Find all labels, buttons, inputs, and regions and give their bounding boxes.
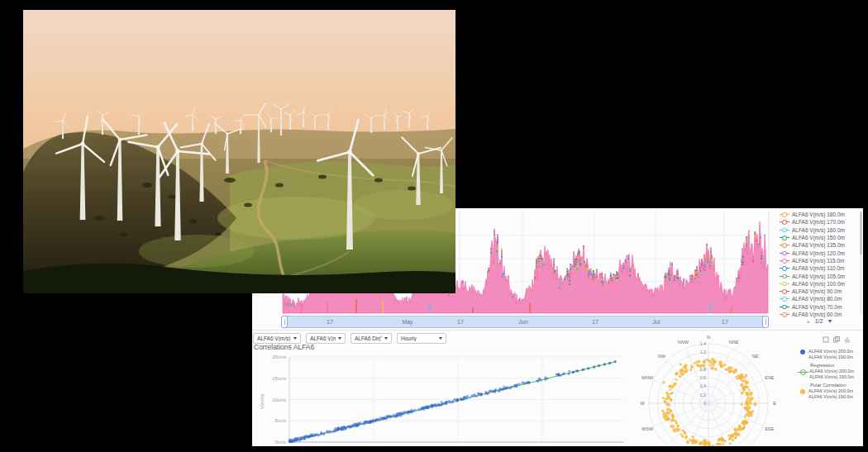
- legend-item[interactable]: ALFA6 V(m/s) 135.0m: [780, 241, 859, 249]
- legend-item[interactable]: ALFA6 V(m/s) 60.0m: [780, 311, 859, 318]
- series-marker-icon: [800, 389, 805, 394]
- wind-farm-photo: [23, 10, 455, 293]
- legend-scrollbar[interactable]: [860, 212, 862, 314]
- legend-item-label: ALFA6 V(m/s) 70.0m: [792, 304, 842, 310]
- legend-group-title: Polar Correlation: [810, 383, 863, 388]
- series-marker-icon: [800, 350, 805, 354]
- legend-item[interactable]: ALFA6 V(m/s) 100.0m: [780, 280, 859, 288]
- signal-dropdown[interactable]: Hourly: [397, 333, 446, 344]
- svg-text:WNW: WNW: [641, 375, 654, 380]
- legend-item-label: ALFA6 V(m/s) 120.0m: [792, 250, 845, 256]
- legend-item-label: ALFA6 V(m/s) 135.0m: [792, 242, 845, 248]
- range-handle-right[interactable]: [762, 316, 769, 328]
- svg-text:0.6: 0.6: [700, 375, 706, 380]
- legend-item[interactable]: ALFA6 V(m/s) 170.0m: [780, 218, 859, 226]
- svg-text:N: N: [707, 335, 710, 340]
- legend-item-label: ALFA6 V(m/s) 200.0m ALFA6 V(m/s) 190.0m: [808, 388, 853, 399]
- legend-item[interactable]: ALFA6 V(m/s) 105.0m: [780, 272, 859, 279]
- export-chart-icon[interactable]: [844, 336, 851, 343]
- series-marker-icon: [780, 258, 789, 264]
- series-marker-icon: [780, 219, 789, 225]
- svg-text:0: 0: [703, 401, 706, 406]
- legend-item[interactable]: ALFA6 V(m/s) 80.0m: [780, 295, 859, 302]
- svg-text:0.4: 0.4: [700, 383, 706, 388]
- series-marker-icon: [780, 250, 789, 256]
- dropdown-value: ALFA6 Dir(°) 200...: [355, 335, 382, 341]
- series-marker-icon: [800, 369, 806, 375]
- box-select-icon[interactable]: [823, 336, 829, 343]
- timeseries-y-zero-label: 0m/s: [284, 302, 295, 307]
- legend-item-label: ALFA6 V(m/s) 80.0m: [792, 296, 842, 302]
- axis-tick-label: 17: [457, 319, 464, 325]
- legend-item[interactable]: ALFA6 V(m/s) 110.0m: [780, 264, 859, 272]
- series-marker-icon: [780, 227, 789, 233]
- axis-tick-label: Jun: [518, 319, 527, 325]
- legend-item-label: ALFA6 V(m/s) 110.0m: [792, 265, 844, 271]
- svg-text:E: E: [773, 401, 776, 406]
- series-marker-icon: [780, 242, 789, 248]
- svg-text:0m/s: 0m/s: [275, 439, 286, 445]
- legend-item[interactable]: Polar Correlation ALFA6 V(m/s) 200.0m AL…: [798, 383, 863, 399]
- legend-item[interactable]: ALFA6 V(m/s) 120.0m: [780, 249, 859, 256]
- series-marker-icon: [780, 304, 789, 310]
- legend-item-label: ALFA6 V(m/s) 200.0m ALFA6 V(m/s) 190.0m: [809, 369, 854, 379]
- legend-item[interactable]: ALFA6 V(m/s) 90.0m: [780, 288, 859, 295]
- legend-item-label: ALFA6 V(m/s) 180.0m: [792, 212, 845, 217]
- series-marker-icon: [780, 296, 789, 302]
- legend-item-label: ALFA6 V(m/s) 60.0m: [792, 312, 842, 317]
- legend-item[interactable]: ALFA6 V(m/s) 115.0m: [780, 257, 859, 264]
- legend-item[interactable]: Regression ALFA6 V(m/s) 200.0m ALFA6 V(m…: [798, 363, 863, 379]
- legend-item[interactable]: ALFA6 V(m/s) 160.0m: [780, 226, 859, 234]
- chevron-down-icon: [338, 337, 341, 340]
- series-marker-icon: [780, 212, 789, 217]
- svg-text:ENE: ENE: [765, 375, 775, 380]
- series-marker-icon: [780, 265, 789, 271]
- legend-item[interactable]: ALFA6 V(m/s) 200.0m ALFA6 V(m/s) 190.0m: [798, 349, 863, 359]
- axis-tick-label: 17: [327, 319, 333, 325]
- chevron-down-icon: [439, 337, 442, 340]
- svg-text:NNE: NNE: [729, 340, 739, 345]
- svg-text:NNW: NNW: [678, 340, 689, 345]
- polar-correlation-chart: NNNENEENEEESESESSESSSWSWWSWWWNWNWNNW1.41…: [628, 332, 794, 446]
- svg-text:WSW: WSW: [641, 426, 654, 431]
- polar-legend: ALFA6 V(m/s) 200.0m ALFA6 V(m/s) 190.0m …: [798, 349, 863, 403]
- series-marker-icon: [780, 288, 789, 294]
- svg-text:NW: NW: [658, 354, 666, 359]
- axis-tick-label: Jul: [653, 319, 661, 325]
- series-marker-icon: [780, 274, 789, 279]
- chevron-down-icon: [384, 337, 388, 340]
- panel-divider: [252, 330, 863, 331]
- desktop-background: 0m/s 17May17Jun17Jul17 ALFA6 V(m/s) 180.…: [0, 0, 868, 452]
- legend-pagination: ▲ 1/2 ▼: [780, 318, 859, 324]
- range-handle-left[interactable]: [281, 316, 288, 328]
- legend-item[interactable]: ALFA6 V(m/s) 70.0m: [780, 303, 859, 311]
- correlation-scatter-chart: 20m/s15m/s10m/s5m/s0m/sV(m/s): [252, 350, 632, 446]
- legend-item[interactable]: ALFA6 V(m/s) 150.0m: [780, 234, 859, 241]
- dropdown-value: ALFA6 V(m/s) 19...: [310, 335, 336, 341]
- series-marker-icon: [780, 281, 789, 287]
- legend-item-label: ALFA6 V(m/s) 100.0m: [792, 281, 845, 287]
- dropdown-value: Hourly: [401, 335, 417, 341]
- legend-item-label: ALFA6 V(m/s) 200.0m ALFA6 V(m/s) 190.0m: [808, 349, 853, 359]
- timeseries-range-scrollbar[interactable]: 17May17Jun17Jul17: [281, 316, 769, 328]
- legend-group-title: Regression: [810, 363, 863, 368]
- axis-tick-label: 17: [592, 319, 599, 325]
- svg-text:W: W: [640, 401, 645, 406]
- page-up-icon[interactable]: ▲: [806, 319, 811, 324]
- page-down-icon[interactable]: ▼: [827, 318, 832, 324]
- svg-text:V(m/s): V(m/s): [259, 394, 265, 409]
- signal-dropdown[interactable]: ALFA6 Dir(°) 200...: [351, 333, 392, 344]
- reset-zoom-icon[interactable]: [833, 336, 840, 343]
- legend-item-label: ALFA6 V(m/s) 105.0m: [792, 274, 845, 279]
- svg-text:ESE: ESE: [765, 426, 774, 431]
- legend-item-label: ALFA6 V(m/s) 160.0m: [792, 227, 845, 233]
- legend-item[interactable]: ALFA6 V(m/s) 180.0m: [780, 211, 859, 218]
- svg-text:5m/s: 5m/s: [275, 417, 286, 423]
- legend-scrollbar-thumb[interactable]: [860, 212, 862, 255]
- svg-text:1.4: 1.4: [700, 341, 706, 346]
- svg-text:10m/s: 10m/s: [272, 397, 286, 402]
- svg-text:NE: NE: [752, 354, 759, 359]
- series-marker-icon: [780, 235, 789, 240]
- dropdown-value: ALFA6 V(m/s) 20...: [257, 335, 291, 341]
- legend-item-label: ALFA6 V(m/s) 170.0m: [792, 219, 845, 225]
